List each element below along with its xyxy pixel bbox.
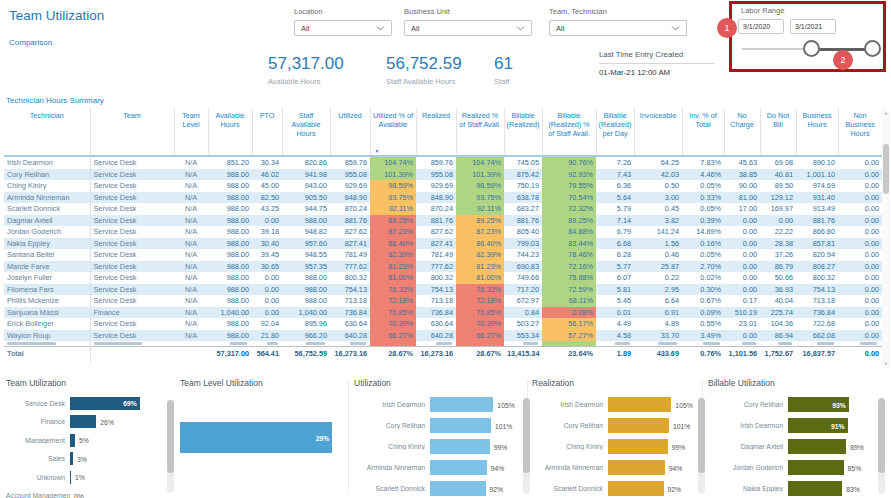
column-header[interactable]: Realized % of Staff Avail. [456, 108, 504, 156]
table-row[interactable]: Santana BeitelService DeskN/A988.0039.45… [4, 249, 882, 261]
table-cell: 3.49% [682, 330, 724, 342]
table-row[interactable]: Filomena FarsService DeskN/A988.000.0098… [4, 284, 882, 296]
bar[interactable] [608, 418, 669, 433]
column-header[interactable]: Staff Available Hours [282, 108, 330, 156]
table-row[interactable]: Marcie FarveService DeskN/A988.0030.6595… [4, 261, 882, 273]
bar[interactable] [608, 439, 668, 454]
column-header[interactable]: Inv. % of Total [682, 108, 724, 156]
clipped-text [350, 342, 366, 345]
table-row[interactable]: Ching KiniryService DeskN/A988.0045.0094… [4, 180, 882, 192]
table-row[interactable]: Phillis MckenizeService DeskN/A988.000.0… [4, 295, 882, 307]
bar[interactable] [70, 415, 96, 428]
scroll-up-icon[interactable]: ˄ [882, 111, 890, 117]
table-row[interactable]: Sanjuana MassiFinanceN/A1,040.000.001,04… [4, 307, 882, 319]
table-scrollbar[interactable]: ˄ ˅ [882, 110, 890, 368]
column-header[interactable]: Non Business Hours [838, 108, 882, 156]
table-cell: 64.25 [634, 156, 682, 169]
chart-scrollbar[interactable] [523, 398, 530, 494]
table-cell: 6.64 [634, 295, 682, 307]
bar[interactable] [70, 471, 71, 484]
labor-range-start-input[interactable] [738, 19, 784, 34]
bar[interactable]: 91% [788, 418, 848, 433]
column-header[interactable]: Team Level [174, 108, 208, 156]
table-cell: 988.00 [208, 249, 252, 261]
bar[interactable] [430, 460, 487, 475]
table-cell: 988.00 [282, 284, 330, 296]
table-row[interactable]: Jordan GoderichService DeskN/A988.0039.1… [4, 226, 882, 238]
chart-title: Team Level Utilization [180, 378, 342, 388]
column-header[interactable]: Billable (Realized) per Day [596, 108, 634, 156]
bar[interactable] [788, 439, 846, 454]
table-row[interactable]: Nakia EppleyService DeskN/A988.0030.4095… [4, 238, 882, 250]
column-header[interactable]: No Charge [724, 108, 760, 156]
table-cell: 0.09% [682, 307, 724, 319]
chart-scrollbar[interactable] [698, 398, 705, 494]
filter-business-unit: Business Unit All [404, 7, 532, 36]
labor-range-slider-handle-end[interactable] [864, 40, 881, 57]
table-row[interactable]: Irish DearmonService DeskN/A851.2030.348… [4, 156, 882, 169]
table-cell: 943.00 [282, 180, 330, 192]
bar[interactable]: 69% [70, 397, 140, 410]
table-cell: Waylon Roup [4, 330, 90, 342]
column-header[interactable]: Utilized % of Available▼ [370, 108, 416, 156]
column-header[interactable]: Realized [416, 108, 456, 156]
table-row[interactable]: Arminda NinnemanService DeskN/A988.0082.… [4, 192, 882, 204]
labor-range-slider-handle-start[interactable] [803, 40, 820, 57]
scrollbar-thumb[interactable] [883, 144, 889, 194]
scrollbar-thumb[interactable] [698, 398, 705, 473]
bar[interactable] [430, 481, 486, 496]
column-header[interactable]: Billable (Realized) [504, 108, 542, 156]
column-header[interactable]: Billable (Realized) % of Staff Avail. [542, 108, 596, 156]
scrollbar-thumb[interactable] [878, 398, 885, 473]
column-header[interactable]: Available Hours [208, 108, 252, 156]
filter-business-unit-dropdown[interactable]: All [404, 20, 532, 36]
scrollbar-thumb[interactable] [523, 398, 530, 473]
table-row[interactable]: Cory RelihanService DeskN/A988.0046.0294… [4, 169, 882, 181]
table-row[interactable]: Scarlett DonnickService DeskN/A988.0043.… [4, 203, 882, 215]
table-cell: 45.00 [252, 180, 282, 192]
clipped-text [658, 342, 677, 345]
table-cell: 827.41 [416, 238, 456, 250]
column-header[interactable]: Technician [4, 108, 90, 156]
bar[interactable] [430, 397, 493, 412]
table-row[interactable]: Joselyn FullerService DeskN/A988.000.009… [4, 272, 882, 284]
filter-team-technician-dropdown[interactable]: All [549, 20, 687, 36]
scroll-down-icon[interactable]: ˅ [882, 361, 890, 367]
chart-scrollbar[interactable] [167, 400, 174, 493]
bar[interactable] [70, 434, 75, 447]
bar[interactable] [430, 439, 490, 454]
column-header[interactable]: Invoiceable [634, 108, 682, 156]
table-cell: N/A [174, 215, 208, 227]
filter-location-dropdown[interactable]: All [294, 20, 392, 36]
bar[interactable] [788, 460, 844, 475]
table-title: Technician Hours Summary [6, 96, 104, 105]
column-header[interactable]: Utilized [330, 108, 370, 156]
table-cell: 929.69 [330, 180, 370, 192]
bar[interactable] [608, 397, 671, 412]
column-header[interactable]: PTO [252, 108, 282, 156]
bar[interactable] [788, 481, 842, 496]
column-header[interactable]: Business Hours [796, 108, 838, 156]
table-cell: 881.76 [796, 215, 838, 227]
column-header[interactable]: Team [90, 108, 174, 156]
bar[interactable]: 29% [180, 422, 332, 453]
bar[interactable]: 93% [788, 397, 849, 412]
table-row[interactable]: Waylon RoupService DeskN/A988.0021.80966… [4, 330, 882, 342]
scrollbar-thumb[interactable] [167, 400, 174, 473]
table-cell: Service Desk [90, 203, 174, 215]
bar[interactable] [70, 452, 73, 465]
table-cell: 905.50 [282, 192, 330, 204]
table-row[interactable]: Dagmar AxtellService DeskN/A988.000.0098… [4, 215, 882, 227]
table-cell: 866.80 [796, 226, 838, 238]
table-row[interactable]: Erick BollingerService DeskN/A988.0092.0… [4, 318, 882, 330]
clipped-text [615, 342, 630, 345]
bar[interactable] [608, 460, 665, 475]
annotation-badge-2: 2 [833, 50, 853, 70]
filter-location-label: Location [294, 7, 392, 16]
bar[interactable] [430, 418, 491, 433]
comparison-link[interactable]: Comparison [9, 38, 52, 47]
column-header[interactable]: Do Not Bill [760, 108, 796, 156]
chart-scrollbar[interactable] [878, 398, 885, 494]
bar[interactable] [608, 481, 664, 496]
labor-range-end-input[interactable] [790, 19, 836, 34]
